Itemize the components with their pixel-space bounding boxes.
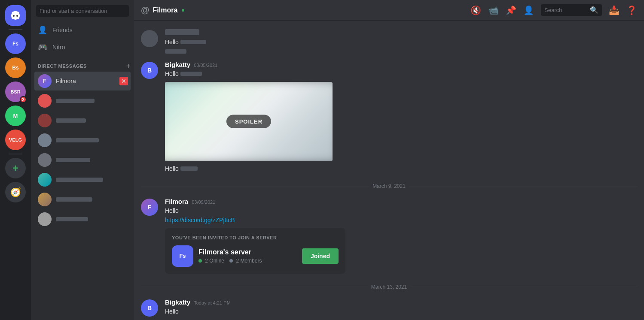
chat-header-left: @ Filmora — [141, 5, 185, 15]
dm-panel: 👤 Friends 🎮 Nitro DIRECT MESSAGES + F Fi… — [31, 0, 134, 320]
filmora-header: Filmora 03/09/2021 — [165, 198, 637, 205]
inbox-icon[interactable]: 📥 — [609, 5, 620, 15]
chat-header-right: 🔇 📹 📌 👤 🔍 📥 ❓ — [470, 4, 637, 16]
filmora-link: https://discord.gg/zZPjttcB — [165, 216, 637, 225]
date-divider-march13: March 13, 2021 — [141, 284, 637, 290]
bigkatty2-content: Bigkatty Today at 4:21 PM Hello — [165, 299, 637, 317]
dm-avatar-2 — [38, 94, 52, 108]
invite-server-name: Filmora's server — [198, 248, 297, 256]
chat-header-title: Filmora — [153, 6, 178, 14]
pin-icon[interactable]: 📌 — [506, 5, 516, 15]
filmora-name: Filmora — [56, 78, 127, 85]
svg-point-0 — [13, 15, 15, 17]
bigkatty-text-blur — [180, 72, 202, 76]
chat-header: @ Filmora 🔇 📹 📌 👤 🔍 📥 ❓ — [134, 0, 644, 21]
online-dot — [198, 259, 202, 263]
video-icon[interactable]: 📹 — [488, 5, 499, 15]
mute-icon[interactable]: 🔇 — [470, 5, 481, 15]
add-dm-button[interactable]: + — [126, 62, 131, 70]
dm-item-3[interactable] — [34, 111, 131, 130]
msg-content-top: Hello — [165, 29, 637, 56]
msg-avatar-top — [141, 30, 158, 47]
close-dm-button[interactable]: ✕ — [119, 77, 128, 85]
dm-item-6[interactable] — [34, 170, 131, 189]
dm-avatar-7 — [38, 193, 52, 206]
bigkatty-text-after: Hello — [165, 165, 637, 173]
dm-avatar-5 — [38, 153, 52, 167]
server-icon-m[interactable]: M — [5, 106, 26, 126]
bigkatty2-header: Bigkatty Today at 4:21 PM — [165, 299, 637, 306]
friends-nav-item[interactable]: 👤 Friends — [34, 22, 131, 38]
dm-avatar-4 — [38, 133, 52, 147]
member-count: 2 Members — [229, 258, 262, 264]
invite-card: YOU'VE BEEN INVITED TO JOIN A SERVER Fs … — [165, 228, 345, 274]
msg-text-top: Hello — [165, 38, 637, 47]
server-icon-fs[interactable]: Fs — [5, 33, 26, 54]
message-group-bigkatty2: B Bigkatty Today at 4:21 PM Hello — [141, 297, 637, 318]
dm-name-2 — [56, 99, 95, 103]
search-input[interactable] — [36, 5, 129, 17]
dm-avatar-3 — [38, 114, 52, 127]
svg-point-1 — [16, 15, 18, 17]
server-icon-velg[interactable]: VELG — [5, 130, 26, 150]
bigkatty-header: Bigkatty 03/05/2021 — [165, 61, 637, 68]
bigkatty-username: Bigkatty — [165, 61, 190, 68]
bigkatty2-timestamp: Today at 4:21 PM — [194, 300, 231, 305]
at-sign-icon: @ — [141, 5, 150, 15]
filmora-content: Filmora 03/09/2021 Hello https://discord… — [165, 198, 637, 273]
bigkatty-avatar: B — [141, 62, 158, 79]
dm-item-4[interactable] — [34, 131, 131, 150]
dm-item-8[interactable] — [34, 210, 131, 229]
discover-server-button[interactable]: 🧭 — [5, 182, 26, 202]
member-dot — [229, 259, 233, 263]
invite-card-body: Fs Filmora's server 2 Online — [172, 245, 339, 267]
filmora-timestamp: 03/09/2021 — [192, 199, 215, 205]
home-server-icon[interactable] — [5, 5, 26, 26]
app: Fs Bs BSR 2 M VELG + 🧭 👤 Friends — [0, 0, 644, 320]
dm-search — [31, 0, 134, 22]
dm-name-7 — [56, 197, 92, 202]
server-icon-bsr[interactable]: BSR 2 — [5, 82, 26, 102]
chat-search-input[interactable] — [544, 7, 587, 13]
nitro-nav-item[interactable]: 🎮 Nitro — [34, 39, 131, 55]
bigkatty2-username: Bigkatty — [165, 299, 190, 306]
filmora-text: Hello — [165, 207, 637, 215]
date-divider-march9: March 9, 2021 — [141, 183, 637, 189]
server-icon-bs[interactable]: Bs — [5, 57, 26, 78]
dm-item-2[interactable] — [34, 91, 131, 110]
help-icon[interactable]: ❓ — [626, 5, 637, 15]
bigkatty-content: Bigkatty 03/05/2021 Hello SPOILER Hello — [165, 61, 637, 173]
dm-item-filmora[interactable]: F Filmora ✕ — [34, 72, 131, 91]
invite-server-info: Filmora's server 2 Online 2 Members — [198, 248, 297, 264]
invite-card-header: YOU'VE BEEN INVITED TO JOIN A SERVER — [172, 235, 339, 240]
joined-button[interactable]: Joined — [302, 248, 339, 264]
msg-text-blur2 — [165, 49, 186, 54]
dm-avatar-8 — [38, 212, 52, 226]
spoiler-label: SPOILER — [226, 115, 271, 128]
server-divider-2 — [9, 154, 22, 154]
dm-item-7[interactable] — [34, 190, 131, 209]
bigkatty-text: Hello — [165, 70, 637, 78]
dm-name-3 — [56, 118, 86, 123]
dm-list: F Filmora ✕ — [31, 72, 134, 320]
nitro-label: Nitro — [52, 44, 65, 51]
add-server-button[interactable]: + — [5, 158, 26, 178]
filmora-avatar: F — [38, 74, 52, 88]
server-sidebar: Fs Bs BSR 2 M VELG + 🧭 — [0, 0, 31, 320]
invite-server-meta: 2 Online 2 Members — [198, 258, 297, 264]
dm-item-5[interactable] — [34, 151, 131, 169]
nitro-icon: 🎮 — [38, 42, 47, 52]
bigkatty2-avatar: B — [141, 299, 158, 317]
online-status-indicator — [181, 8, 185, 12]
msg-text-top2 — [165, 48, 637, 56]
msg-username-top — [165, 29, 199, 36]
server-divider — [9, 29, 22, 30]
add-friend-icon[interactable]: 👤 — [523, 5, 534, 15]
dm-name-4 — [56, 138, 99, 142]
spoiler-image-wrapper[interactable]: SPOILER — [165, 82, 333, 161]
invite-link[interactable]: https://discord.gg/zZPjttcB — [165, 217, 235, 223]
online-count: 2 Online — [198, 258, 224, 264]
friends-label: Friends — [52, 27, 73, 33]
search-box: 🔍 — [541, 4, 602, 16]
bigkatty-text-after-blur — [180, 166, 198, 171]
